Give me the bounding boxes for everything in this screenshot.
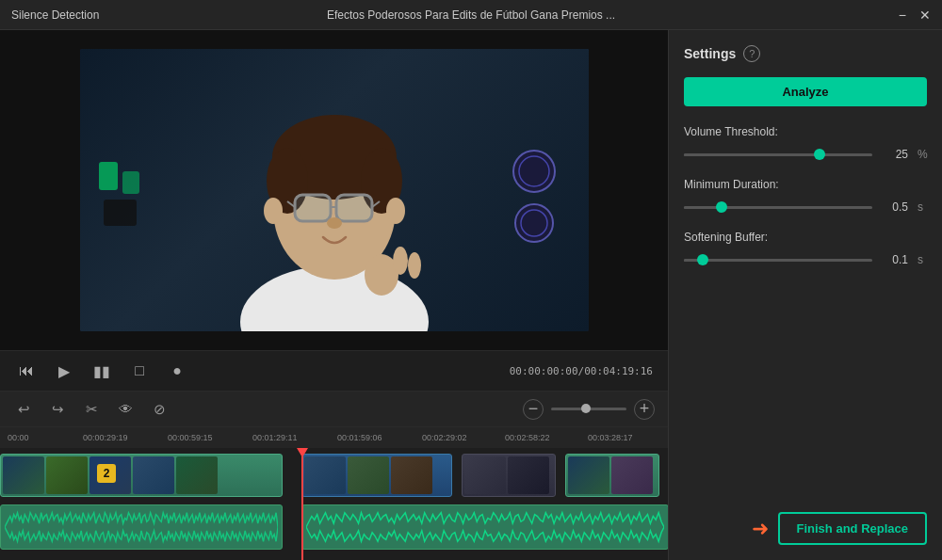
redo-button[interactable]: ↪ <box>47 399 68 420</box>
volume-threshold-unit: % <box>918 148 927 161</box>
app-title: Silence Detection <box>11 8 99 22</box>
svg-point-24 <box>264 198 283 224</box>
minimum-duration-value: 0.5 <box>882 200 908 214</box>
softening-buffer-value: 0.1 <box>882 253 908 266</box>
window-controls: − ✕ <box>899 8 931 23</box>
volume-threshold-group: Volume Threshold: 25 % <box>684 125 927 161</box>
volume-threshold-slider-row: 25 % <box>684 148 927 161</box>
loop-button[interactable]: □ <box>128 360 151 382</box>
audio-segment-1[interactable]: // Generate waveform bars inline - we'll… <box>0 504 283 550</box>
settings-title: Settings <box>684 46 736 61</box>
ruler-mark-0: 00:00 <box>8 433 29 442</box>
softening-buffer-slider-row: 0.1 s <box>684 253 927 266</box>
video-container <box>0 30 668 350</box>
softening-buffer-unit: s <box>918 253 927 266</box>
video-track: 2 <box>0 452 668 501</box>
ruler-mark-5: 00:02:29:02 <box>422 433 467 442</box>
minimum-duration-unit: s <box>918 200 927 214</box>
softening-buffer-group: Softening Buffer: 0.1 s <box>684 231 927 266</box>
minimum-duration-label: Minimum Duration: <box>684 178 927 191</box>
timeline-tools: ↩ ↪ ✂ 👁 ⊘ − + <box>0 392 668 427</box>
volume-threshold-label: Volume Threshold: <box>684 125 927 138</box>
volume-threshold-fill <box>684 153 820 156</box>
finish-area: ➜ Finish and Replace <box>752 512 927 545</box>
ruler-mark-3: 00:01:29:11 <box>252 433 298 442</box>
minimum-duration-thumb[interactable] <box>716 201 727 213</box>
volume-threshold-value: 25 <box>882 148 908 161</box>
undo-button[interactable]: ↩ <box>13 399 34 420</box>
person-figure <box>80 49 589 331</box>
right-panel: Settings ? Analyze Volume Threshold: 25 … <box>669 30 942 560</box>
timecode-display: 00:00:00:00/00:04:19:16 <box>510 365 653 377</box>
softening-buffer-slider[interactable] <box>684 259 872 262</box>
ruler-mark-4: 00:01:59:06 <box>337 433 382 442</box>
softening-buffer-thumb[interactable] <box>697 254 708 265</box>
svg-point-20 <box>327 217 342 229</box>
video-segment-4[interactable] <box>565 454 659 497</box>
volume-threshold-thumb[interactable] <box>814 149 825 160</box>
zoom-slider[interactable] <box>551 408 626 410</box>
ruler-mark-1: 00:00:29:19 <box>83 433 128 442</box>
zoom-controls: − + <box>523 399 655 420</box>
main-layout: ⏮ ▶ ▮▮ □ ● 00:00:00:00/00:04:19:16 ↩ ↪ ✂… <box>0 30 942 560</box>
video-segment-3[interactable] <box>462 454 556 497</box>
volume-threshold-slider[interactable] <box>684 153 872 156</box>
help-icon[interactable]: ? <box>743 45 760 62</box>
zoom-in-button[interactable]: + <box>634 399 655 420</box>
analyze-button[interactable]: Analyze <box>684 77 927 106</box>
zoom-out-button[interactable]: − <box>523 399 544 420</box>
eye-button[interactable]: 👁 <box>115 399 136 420</box>
titlebar: Silence Detection Efectos Poderosos Para… <box>0 0 942 30</box>
video-title: Efectos Poderosos Para Edits de Fútbol G… <box>327 8 615 22</box>
settings-header: Settings ? <box>684 45 927 62</box>
controls-bar: ⏮ ▶ ▮▮ □ ● 00:00:00:00/00:04:19:16 <box>0 350 668 392</box>
svg-point-22 <box>393 247 408 275</box>
cut-button[interactable]: ✂ <box>81 399 102 420</box>
left-panel: ⏮ ▶ ▮▮ □ ● 00:00:00:00/00:04:19:16 ↩ ↪ ✂… <box>0 30 669 560</box>
close-button[interactable]: ✕ <box>919 8 931 23</box>
svg-rect-19 <box>337 196 371 220</box>
timeline-area[interactable]: 00:00 00:00:29:19 00:00:59:15 00:01:29:1… <box>0 427 668 560</box>
audio-track: // Generate waveform bars inline - we'll… <box>0 503 668 552</box>
video-segment-1[interactable]: 2 <box>0 454 283 497</box>
minimum-duration-slider[interactable] <box>684 206 872 209</box>
softening-buffer-label: Softening Buffer: <box>684 231 927 244</box>
minimum-duration-group: Minimum Duration: 0.5 s <box>684 178 927 214</box>
arrow-icon: ➜ <box>752 517 769 541</box>
ruler-mark-6: 00:02:58:22 <box>505 433 550 442</box>
svg-rect-18 <box>296 196 330 220</box>
timeline-tracks: 2 <box>0 448 668 560</box>
timeline-ruler: 00:00 00:00:29:19 00:00:59:15 00:01:29:1… <box>0 427 668 448</box>
video-segment-2[interactable] <box>301 454 452 497</box>
minimize-button[interactable]: − <box>899 8 906 23</box>
finish-and-replace-button[interactable]: Finish and Replace <box>778 512 927 545</box>
video-preview <box>80 49 589 331</box>
ruler-mark-2: 00:00:59:15 <box>168 433 213 442</box>
svg-point-23 <box>408 252 421 279</box>
skip-back-button[interactable]: ⏮ <box>15 360 38 382</box>
record-button[interactable]: ● <box>166 360 188 382</box>
audio-segment-2[interactable] <box>301 504 668 550</box>
svg-point-25 <box>386 198 405 224</box>
mute-button[interactable]: ⊘ <box>149 399 170 420</box>
ruler-mark-7: 00:03:28:17 <box>588 433 633 442</box>
stop-button[interactable]: ▮▮ <box>90 360 113 382</box>
minimum-duration-slider-row: 0.5 s <box>684 200 927 214</box>
play-button[interactable]: ▶ <box>53 360 75 382</box>
